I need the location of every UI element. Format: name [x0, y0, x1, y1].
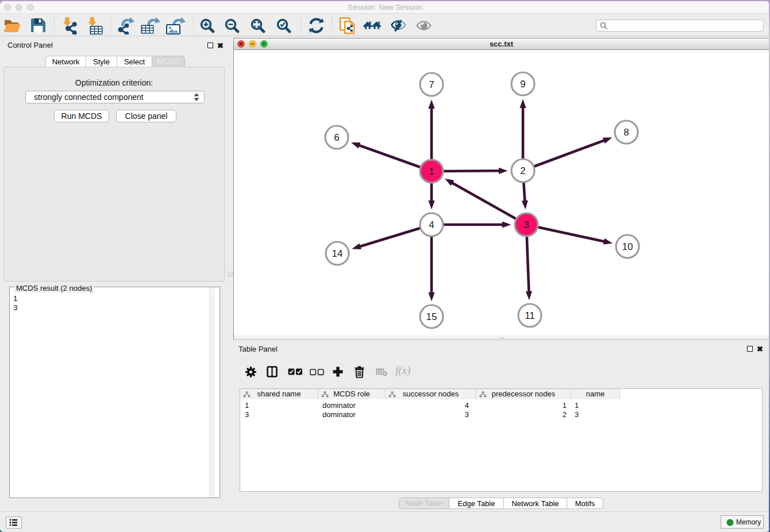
svg-text:11: 11 — [525, 310, 535, 321]
svg-text:6: 6 — [334, 132, 339, 143]
svg-text:3: 3 — [523, 219, 529, 230]
svg-text:14: 14 — [332, 248, 343, 259]
svg-text:2: 2 — [520, 165, 525, 176]
svg-text:7: 7 — [429, 79, 434, 90]
svg-text:10: 10 — [622, 241, 633, 252]
svg-text:9: 9 — [520, 79, 525, 90]
svg-text:8: 8 — [623, 127, 629, 138]
svg-text:1: 1 — [429, 166, 434, 177]
svg-text:15: 15 — [426, 311, 437, 322]
svg-text:4: 4 — [429, 219, 434, 230]
